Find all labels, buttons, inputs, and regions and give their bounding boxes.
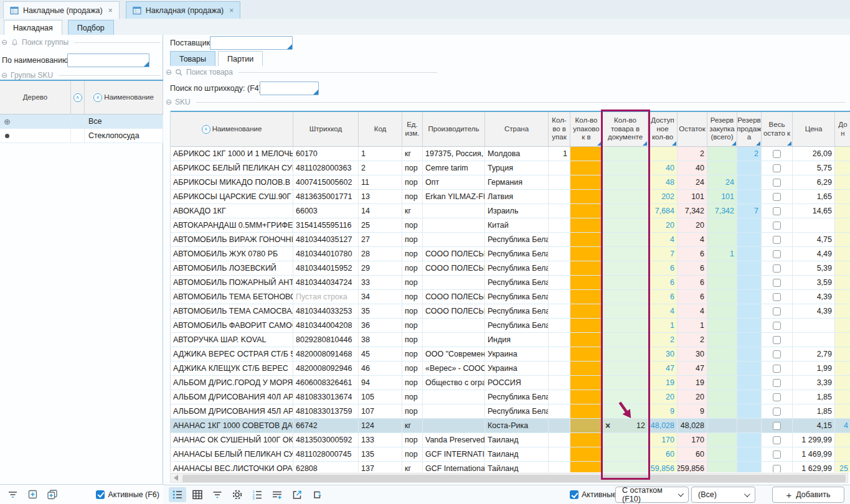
cell-res_sale[interactable] xyxy=(737,376,762,390)
whole-remainder-checkbox[interactable] xyxy=(773,222,781,230)
cell-res_purchase[interactable] xyxy=(707,404,737,418)
cell-extra[interactable] xyxy=(835,390,850,404)
cell-packs[interactable] xyxy=(570,233,603,246)
subtab-invoice[interactable]: Накладная xyxy=(4,20,62,35)
cell-res_purchase[interactable]: 1 xyxy=(707,247,737,261)
cell-whole[interactable] xyxy=(762,347,793,361)
cell-stock[interactable]: 47 xyxy=(678,362,707,375)
table-row[interactable]: АВТОМОБИЛЬ ВИРАЖ ГОНОЧНЫЙ481034403512727… xyxy=(171,233,850,247)
table-row[interactable]: АВТОМОБИЛЬ ЛОЗЕВСКИЙ481034401595229порСО… xyxy=(171,261,850,276)
cell-manufacturer[interactable]: СООО ПОЛЕСЬЕ, Р xyxy=(423,261,485,275)
cell-price[interactable]: 2,79 xyxy=(793,347,835,361)
table-row[interactable]: АНАНАСЫ ВЕС.ЛИСТОЧКИ ОРАНЖ.62808137кгGCF… xyxy=(171,462,850,472)
whole-remainder-checkbox[interactable] xyxy=(773,450,781,459)
cell-country[interactable]: РОССИЯ xyxy=(485,376,549,390)
tree-row[interactable]: Стеклопосуда xyxy=(0,129,163,143)
cell-unit[interactable]: пор xyxy=(402,404,423,418)
cell-stock[interactable]: 20 xyxy=(678,390,707,404)
whole-remainder-checkbox[interactable] xyxy=(773,336,781,344)
cell-qty_doc[interactable] xyxy=(603,462,648,472)
cell-stock[interactable]: 101 xyxy=(678,190,707,203)
cell-qty_pack[interactable]: 1 xyxy=(549,147,570,161)
cell-stock[interactable]: 20 xyxy=(678,218,707,232)
cell-price[interactable] xyxy=(793,333,835,347)
cell-res_sale[interactable] xyxy=(737,319,762,332)
cell-barcode[interactable]: 4810344033253 xyxy=(293,304,359,318)
cell-name[interactable]: АНАНАСЫ БЕЛЫЙ ПЕЛИКАН СУШ.К xyxy=(171,447,293,461)
cell-packs[interactable] xyxy=(570,218,603,232)
cell-extra[interactable] xyxy=(835,233,850,246)
cell-qty_pack[interactable] xyxy=(549,447,570,461)
whole-remainder-checkbox[interactable] xyxy=(773,365,781,373)
cell-whole[interactable] xyxy=(762,233,793,246)
cell-qty_doc[interactable] xyxy=(603,319,648,332)
column-header-code[interactable]: Код xyxy=(359,112,402,146)
supplier-input[interactable] xyxy=(210,36,293,50)
table-row[interactable]: АВТОКАРАНДАШ 0.5ММ+ГРИФЕЛЬ31541455951162… xyxy=(171,218,850,233)
cell-price[interactable]: 1,85 xyxy=(793,390,835,404)
cell-name[interactable]: АНАНАС 1КГ 1000 СОВЕТОВ ДАЧНИ xyxy=(171,419,293,432)
cell-name[interactable]: АНАНАСЫ ВЕС.ЛИСТОЧКИ ОРАНЖ. xyxy=(171,462,293,472)
cell-country[interactable]: Молдова xyxy=(485,147,549,161)
cell-unit[interactable]: пор xyxy=(402,276,423,289)
cell-price[interactable]: 3,39 xyxy=(793,376,835,390)
cell-code[interactable]: 35 xyxy=(359,304,402,318)
cell-stock[interactable]: 6 xyxy=(678,261,707,275)
cell-qty_pack[interactable] xyxy=(549,161,570,175)
add-button[interactable]: + Добавить xyxy=(772,487,844,503)
cell-qty_doc[interactable] xyxy=(603,147,648,161)
cell-country[interactable]: Тайланд xyxy=(485,462,549,472)
cell-manufacturer[interactable] xyxy=(423,390,485,404)
cell-extra[interactable] xyxy=(835,290,850,304)
cell-qty_doc[interactable] xyxy=(603,161,648,175)
cell-whole[interactable] xyxy=(762,319,793,332)
whole-remainder-checkbox[interactable] xyxy=(773,408,781,416)
table-row[interactable]: АЛЬБОМ Д/РИСОВАНИЯ 40Л АРТ.С481083301367… xyxy=(171,390,850,404)
cell-packs[interactable] xyxy=(570,276,603,289)
whole-remainder-checkbox[interactable] xyxy=(773,250,781,258)
cell-manufacturer[interactable]: ООО "Современнь xyxy=(423,347,485,361)
cell-whole[interactable] xyxy=(762,276,793,289)
cell-available[interactable]: 40 xyxy=(648,161,678,175)
cell-available[interactable]: 7 xyxy=(648,247,678,261)
cell-barcode[interactable]: 4810344034724 xyxy=(293,276,359,289)
cell-manufacturer[interactable]: «Верес» - СООО и xyxy=(423,362,485,375)
cell-stock[interactable]: 4 xyxy=(678,304,707,318)
cell-code[interactable]: 1 xyxy=(359,147,402,161)
cell-unit[interactable]: пор xyxy=(402,261,423,275)
cell-res_purchase[interactable] xyxy=(707,376,737,390)
cell-qty_pack[interactable] xyxy=(549,433,570,447)
cell-manufacturer[interactable]: Общество с огран xyxy=(423,376,485,390)
cell-unit[interactable]: пор xyxy=(402,362,423,375)
cell-extra[interactable] xyxy=(835,276,850,289)
tree-sort-icon-cell[interactable]: ∧ xyxy=(71,81,85,114)
cell-country[interactable]: Украина xyxy=(485,362,549,375)
cell-qty_doc[interactable] xyxy=(603,247,648,261)
cell-extra[interactable] xyxy=(835,161,850,175)
column-header-country[interactable]: Страна xyxy=(485,112,549,146)
cell-packs[interactable] xyxy=(570,175,603,189)
cell-name[interactable]: АВТОМОБИЛЬ ЖУК 0780 РБ xyxy=(171,247,293,261)
cell-price[interactable]: 1 469,99 xyxy=(793,447,835,461)
cell-packs[interactable] xyxy=(570,190,603,203)
add-list-button[interactable] xyxy=(268,487,286,502)
cell-whole[interactable] xyxy=(762,390,793,404)
cell-manufacturer[interactable] xyxy=(423,333,485,347)
cell-packs[interactable] xyxy=(570,376,603,390)
cell-name[interactable]: АВТОМОБИЛЬ ВИРАЖ ГОНОЧНЫЙ xyxy=(171,233,293,246)
cell-barcode[interactable]: 4810833013674 xyxy=(293,390,359,404)
column-header-manufacturer[interactable]: Производитель xyxy=(423,112,485,146)
cell-qty_pack[interactable] xyxy=(549,175,570,189)
cell-stock[interactable]: 48,028 xyxy=(678,419,707,432)
cell-available[interactable]: 47 xyxy=(648,362,678,375)
collapse-icon[interactable]: ⊖ xyxy=(166,98,172,106)
cell-whole[interactable] xyxy=(762,204,793,218)
cell-res_purchase[interactable]: 101 xyxy=(707,190,737,203)
all-filter-dropdown[interactable]: (Все) xyxy=(691,487,755,503)
cell-res_purchase[interactable] xyxy=(707,233,737,246)
cell-res_sale[interactable] xyxy=(737,161,762,175)
name-filter-input[interactable] xyxy=(67,54,149,67)
cell-qty_pack[interactable] xyxy=(549,333,570,347)
cell-qty_pack[interactable] xyxy=(549,462,570,472)
horizontal-scrollbar[interactable] xyxy=(170,473,848,483)
